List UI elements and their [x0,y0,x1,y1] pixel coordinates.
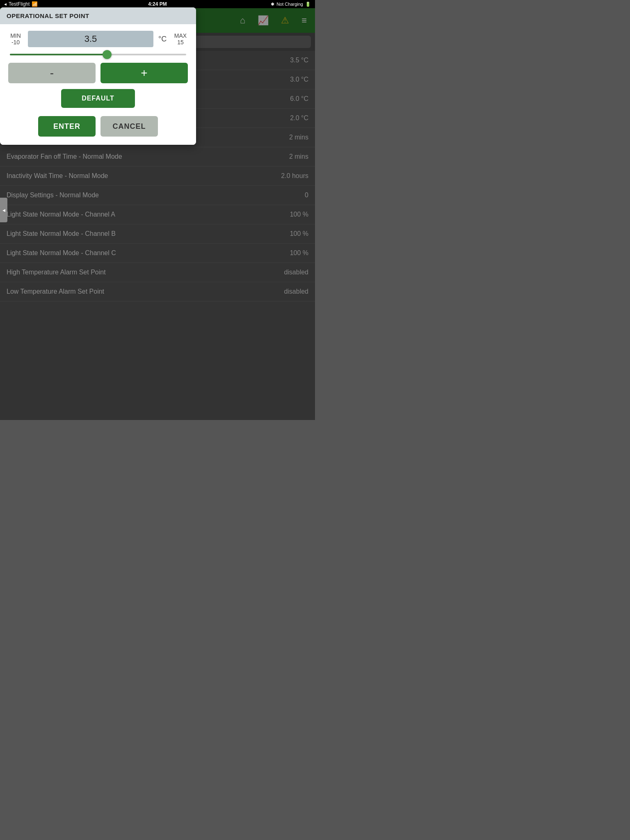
slider-thumb[interactable] [103,50,112,59]
value-row: MIN -10 3.5 °C MAX 15 [8,31,188,47]
back-indicator: ◂ [4,1,7,7]
bluetooth-icon: ✱ [271,2,274,7]
default-row: DEFAULT [8,89,188,108]
status-time: 4:24 PM [148,1,167,7]
plus-button[interactable]: + [100,63,188,83]
operational-setpoint-dialog: OPERATIONAL SET POINT MIN -10 3.5 °C MAX… [0,7,196,145]
charging-status: Not Charging [276,2,303,7]
default-button[interactable]: DEFAULT [61,89,135,108]
status-right: ✱ Not Charging 🔋 [271,2,311,7]
current-value-display: 3.5 [28,31,153,47]
minus-button[interactable]: - [8,63,96,83]
cancel-button[interactable]: CANCEL [100,116,158,137]
adjust-row: - + [8,63,188,83]
battery-icon: 🔋 [305,2,311,7]
back-arrow[interactable]: ◂ [0,198,7,222]
dialog-title: OPERATIONAL SET POINT [0,7,196,24]
slider-fill [10,54,107,55]
enter-button[interactable]: ENTER [38,116,96,137]
action-row: ENTER CANCEL [8,116,188,137]
dialog-body: MIN -10 3.5 °C MAX 15 - + DEF [0,24,196,145]
slider-container[interactable] [8,54,188,55]
unit-label: °C [158,35,168,43]
max-label: MAX 15 [173,32,188,46]
status-left: ◂ TestFlight 📶 [4,1,38,7]
app-name: TestFlight [9,1,30,7]
min-label: MIN -10 [8,32,23,46]
wifi-icon: 📶 [32,1,38,7]
slider-track [10,54,186,55]
status-bar: ◂ TestFlight 📶 4:24 PM ✱ Not Charging 🔋 [0,0,315,8]
